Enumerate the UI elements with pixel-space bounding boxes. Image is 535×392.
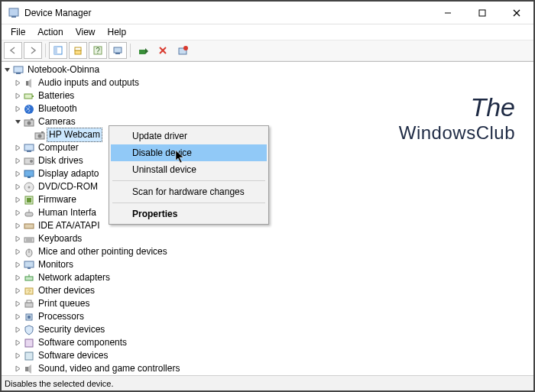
tree-node[interactable]: Print queues <box>2 297 533 310</box>
svg-rect-61 <box>25 367 28 371</box>
svg-rect-43 <box>24 224 34 228</box>
expand-icon[interactable] <box>12 91 23 102</box>
toolbar: ? <box>2 40 533 61</box>
tree-node[interactable]: Sound, video and game controllers <box>2 362 533 375</box>
svg-rect-7 <box>54 47 57 54</box>
expand-icon[interactable] <box>12 195 23 206</box>
expand-icon[interactable] <box>12 338 23 348</box>
properties-toolbar-button[interactable] <box>69 42 87 59</box>
ide-icon <box>23 220 35 232</box>
window-controls <box>430 2 533 24</box>
expand-icon[interactable] <box>12 78 23 89</box>
menu-view[interactable]: View <box>70 26 102 38</box>
help-toolbar-button[interactable]: ? <box>89 42 107 59</box>
tree-root-label: Notebook-Obinna <box>28 63 99 76</box>
battery-icon <box>23 90 35 102</box>
tree-root[interactable]: Notebook-Obinna <box>2 63 533 76</box>
uninstall-device-button[interactable] <box>173 42 192 59</box>
disk-icon <box>23 155 35 167</box>
expand-icon[interactable] <box>12 273 23 283</box>
expand-icon[interactable] <box>12 143 23 154</box>
dvd-icon <box>23 181 35 193</box>
tree-node-label: Network adapters <box>38 271 110 284</box>
tree-node[interactable]: Software devices <box>2 349 533 362</box>
tree-node-label: Software devices <box>38 349 108 362</box>
svg-text:?: ? <box>96 47 100 55</box>
show-hidden-button[interactable] <box>49 42 67 59</box>
context-menu-item[interactable]: Properties <box>111 206 267 222</box>
tree-node[interactable]: Mice and other pointing devices <box>2 245 533 258</box>
tree-node-label: Other devices <box>38 284 95 297</box>
svg-rect-40 <box>27 198 31 202</box>
tree-node[interactable]: Security devices <box>2 323 533 336</box>
expand-icon[interactable] <box>12 286 23 296</box>
menu-help[interactable]: Help <box>102 26 133 38</box>
expand-icon[interactable] <box>12 247 23 258</box>
tree-node[interactable]: Keyboards <box>2 232 533 245</box>
svg-rect-35 <box>24 170 34 177</box>
svg-text:?: ? <box>28 288 31 295</box>
expand-icon[interactable] <box>12 117 23 128</box>
computer-icon <box>23 142 35 154</box>
tree-node[interactable]: Monitors <box>2 258 533 271</box>
tree-node[interactable]: Audio inputs and outputs <box>2 76 533 89</box>
svg-rect-60 <box>25 352 33 360</box>
camera-icon <box>23 116 35 128</box>
expand-icon[interactable] <box>12 156 23 167</box>
tree-node[interactable]: Network adapters <box>2 271 533 284</box>
context-menu-item[interactable]: Uninstall device <box>111 161 267 178</box>
svg-rect-9 <box>75 47 81 50</box>
keyboard-icon <box>23 233 35 245</box>
tree-node-label: Human Interfa <box>38 206 96 219</box>
context-menu-item[interactable]: Update driver <box>111 128 267 144</box>
device-manager-window: Device Manager File Action View Help ? N… <box>0 0 535 392</box>
tree-node[interactable]: Bluetooth <box>2 102 533 115</box>
expand-icon[interactable] <box>12 364 23 374</box>
tree-node[interactable]: ?Other devices <box>2 284 533 297</box>
expand-icon[interactable] <box>2 65 12 76</box>
minimize-button[interactable] <box>430 2 465 24</box>
content-area: Notebook-ObinnaAudio inputs and outputsB… <box>2 61 533 375</box>
svg-rect-13 <box>115 53 120 54</box>
tree-node-label: Software components <box>38 336 127 349</box>
titlebar[interactable]: Device Manager <box>2 2 533 24</box>
context-menu-item[interactable]: Scan for hardware changes <box>111 183 267 200</box>
context-menu-item[interactable]: Disable device <box>111 144 267 161</box>
forward-button[interactable] <box>24 42 42 59</box>
svg-rect-50 <box>28 267 31 269</box>
tree-node-label: Bluetooth <box>38 102 77 115</box>
expand-icon[interactable] <box>12 299 23 309</box>
expand-icon[interactable] <box>12 325 23 335</box>
tree-node[interactable]: Software components <box>2 336 533 349</box>
disable-device-button[interactable] <box>154 42 172 59</box>
toolbar-separator <box>45 44 46 57</box>
expand-icon[interactable] <box>12 312 23 322</box>
tree-node[interactable]: Processors <box>2 310 533 323</box>
back-button[interactable] <box>4 42 22 59</box>
expand-icon[interactable] <box>12 221 23 232</box>
svg-rect-1 <box>11 16 16 18</box>
expand-icon[interactable] <box>12 234 23 245</box>
context-menu-separator <box>112 180 265 181</box>
tree-node-label: Monitors <box>38 258 73 271</box>
close-button[interactable] <box>499 2 533 24</box>
svg-rect-36 <box>28 177 31 178</box>
expand-icon[interactable] <box>12 169 23 180</box>
expand-icon[interactable] <box>12 351 23 361</box>
svg-rect-51 <box>25 277 33 280</box>
svg-rect-14 <box>139 50 145 54</box>
speaker-icon <box>23 77 35 89</box>
maximize-button[interactable] <box>465 2 499 24</box>
menu-action[interactable]: Action <box>31 26 69 38</box>
expand-icon[interactable] <box>12 182 23 193</box>
expand-icon[interactable] <box>12 208 23 219</box>
tree-node-label: Audio inputs and outputs <box>38 76 139 89</box>
tree-node[interactable]: Batteries <box>2 89 533 102</box>
expand-icon[interactable] <box>12 260 23 271</box>
expand-icon[interactable] <box>12 104 23 115</box>
scan-hardware-button[interactable] <box>109 42 127 59</box>
context-menu[interactable]: Update driverDisable deviceUninstall dev… <box>109 125 269 225</box>
update-driver-button[interactable] <box>134 42 152 59</box>
menu-file[interactable]: File <box>5 26 31 38</box>
other-icon: ? <box>23 285 35 297</box>
